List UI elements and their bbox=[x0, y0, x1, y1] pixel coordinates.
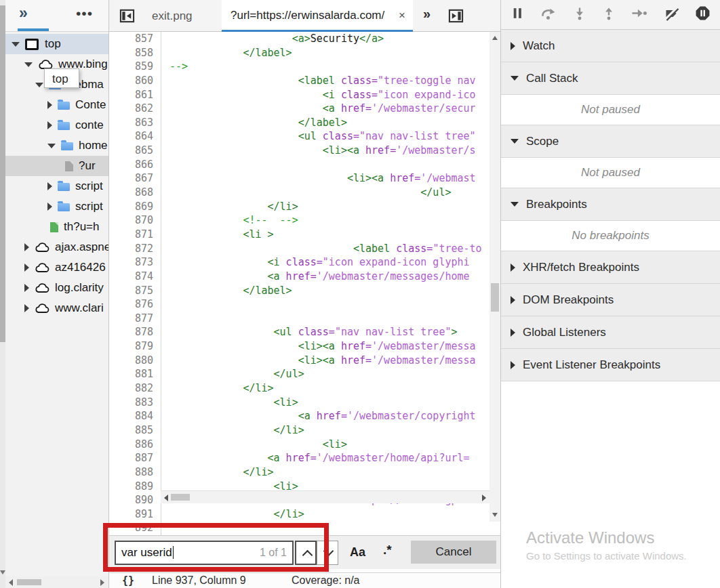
expand-arrow-icon[interactable] bbox=[47, 101, 52, 109]
show-debugger-icon[interactable] bbox=[448, 8, 464, 26]
tree-item-script[interactable]: script bbox=[5, 176, 108, 196]
close-icon[interactable]: × bbox=[399, 0, 405, 30]
hide-navigator-icon[interactable] bbox=[119, 8, 135, 26]
section-global-listeners[interactable]: Global Listeners bbox=[501, 316, 720, 349]
collapse-arrow-icon[interactable] bbox=[24, 62, 33, 67]
line-number[interactable]: 882 bbox=[109, 381, 161, 396]
line-number[interactable]: 880 bbox=[109, 354, 161, 368]
cancel-button[interactable]: Cancel bbox=[411, 541, 496, 564]
expand-arrow-icon[interactable] bbox=[47, 203, 52, 211]
expand-arrow-icon[interactable] bbox=[24, 264, 29, 272]
match-case-button[interactable]: Aa bbox=[350, 545, 365, 560]
tree-item-home[interactable]: home bbox=[5, 135, 108, 156]
line-number[interactable]: 875 bbox=[109, 284, 161, 298]
line-number[interactable]: 871 bbox=[109, 228, 161, 242]
editor-horizontal-scrollbar[interactable] bbox=[161, 490, 489, 503]
expand-arrow-icon[interactable] bbox=[47, 182, 52, 190]
pause-on-exceptions-icon[interactable] bbox=[695, 5, 711, 24]
line-number[interactable]: 890 bbox=[109, 493, 161, 507]
line-number[interactable]: 870 bbox=[109, 213, 161, 228]
tree-item-log-clarity[interactable]: log.clarity bbox=[5, 278, 108, 298]
pause-icon[interactable] bbox=[511, 6, 525, 23]
line-number[interactable]: 888 bbox=[109, 465, 161, 480]
tree-item-ajax-aspne[interactable]: ajax.aspne bbox=[5, 237, 108, 257]
expand-arrow-icon[interactable] bbox=[24, 284, 29, 292]
scrollbar-thumb[interactable] bbox=[171, 494, 190, 501]
tree-item-conte[interactable]: conte bbox=[5, 115, 108, 135]
line-number[interactable]: 889 bbox=[109, 480, 161, 494]
section-watch[interactable]: Watch bbox=[501, 30, 720, 62]
scroll-down-arrow-icon[interactable] bbox=[492, 513, 498, 517]
tree-item-th-u-h[interactable]: th?u=h bbox=[5, 217, 108, 237]
more-tabs-icon[interactable]: » bbox=[19, 4, 28, 22]
scroll-up-arrow-icon[interactable] bbox=[492, 36, 498, 40]
line-number[interactable]: 867 bbox=[109, 171, 161, 186]
line-number[interactable]: 868 bbox=[109, 186, 161, 200]
step-out-icon[interactable] bbox=[602, 6, 616, 23]
pretty-print-icon[interactable]: {} bbox=[122, 574, 134, 587]
sidebar-horizontal-scrollbar[interactable] bbox=[5, 576, 108, 588]
section-xhr-fetch-breakpoints[interactable]: XHR/fetch Breakpoints bbox=[501, 251, 720, 284]
line-number[interactable]: 884 bbox=[109, 409, 161, 423]
expand-arrow-icon[interactable] bbox=[47, 121, 52, 129]
scrollbar-thumb[interactable] bbox=[0, 5, 5, 342]
step-into-icon[interactable] bbox=[573, 6, 586, 23]
line-number[interactable]: 860 bbox=[109, 74, 161, 88]
tree-item--ur[interactable]: ?ur bbox=[5, 156, 108, 176]
scroll-left-arrow-icon[interactable] bbox=[164, 495, 168, 501]
line-number[interactable]: 864 bbox=[109, 129, 161, 144]
expand-arrow-icon[interactable] bbox=[24, 243, 29, 251]
line-number[interactable]: 885 bbox=[109, 423, 161, 438]
line-number[interactable]: 874 bbox=[109, 270, 161, 284]
line-number[interactable]: 876 bbox=[109, 297, 161, 312]
line-number[interactable]: 881 bbox=[109, 367, 161, 381]
line-number[interactable]: 857 bbox=[109, 32, 161, 46]
section-call-stack[interactable]: Call Stack bbox=[501, 62, 720, 95]
line-number[interactable]: 863 bbox=[109, 116, 161, 130]
regex-button[interactable]: .* bbox=[383, 543, 392, 558]
deactivate-breakpoints-icon[interactable] bbox=[664, 6, 679, 24]
tree-item-www-clari[interactable]: www.clari bbox=[5, 298, 108, 318]
collapse-arrow-icon[interactable] bbox=[35, 83, 43, 87]
scrollbar-thumb[interactable] bbox=[17, 579, 41, 585]
sidebar-vertical-scrollbar[interactable] bbox=[0, 0, 5, 588]
tab-url-erwinsalarda[interactable]: ?url=https://erwinsalarda.com/ × bbox=[222, 0, 413, 32]
scroll-right-arrow-icon[interactable] bbox=[100, 579, 104, 586]
tree-item-top[interactable]: top bbox=[5, 34, 108, 54]
step-over-icon[interactable] bbox=[540, 6, 557, 23]
overflow-menu-icon[interactable]: ••• bbox=[76, 5, 93, 22]
tree-item-az416426[interactable]: az416426 bbox=[5, 257, 108, 278]
line-number[interactable]: 886 bbox=[109, 438, 161, 452]
line-number[interactable]: 859 bbox=[109, 60, 161, 74]
section-event-listener-breakpoints[interactable]: Event Listener Breakpoints bbox=[501, 349, 720, 381]
scrollbar-thumb[interactable] bbox=[491, 283, 499, 312]
line-number[interactable]: 887 bbox=[109, 451, 161, 465]
line-number[interactable]: 866 bbox=[109, 158, 161, 172]
line-number[interactable]: 869 bbox=[109, 200, 161, 214]
step-icon[interactable] bbox=[631, 6, 647, 23]
line-number[interactable]: 878 bbox=[109, 325, 161, 339]
line-number[interactable]: 877 bbox=[109, 312, 161, 326]
section-breakpoints[interactable]: Breakpoints bbox=[501, 188, 720, 221]
line-number[interactable]: 861 bbox=[109, 88, 161, 102]
section-scope[interactable]: Scope bbox=[501, 125, 720, 158]
expand-arrow-icon[interactable] bbox=[24, 304, 29, 312]
line-number[interactable]: 879 bbox=[109, 339, 161, 354]
tree-item-script[interactable]: script bbox=[5, 196, 108, 217]
scrollbar-down-arrow-icon[interactable] bbox=[0, 570, 5, 574]
tree-item-conte[interactable]: Conte bbox=[5, 95, 108, 115]
collapse-arrow-icon[interactable] bbox=[12, 42, 20, 47]
line-number[interactable]: 883 bbox=[109, 396, 161, 410]
code-editor[interactable]: 857 <a>Security</a>858 </label>859 -->86… bbox=[109, 32, 500, 535]
line-number[interactable]: 872 bbox=[109, 242, 161, 256]
scroll-left-arrow-icon[interactable] bbox=[9, 579, 13, 586]
line-number[interactable]: 873 bbox=[109, 255, 161, 270]
line-number[interactable]: 858 bbox=[109, 46, 161, 60]
editor-vertical-scrollbar[interactable] bbox=[489, 32, 500, 522]
line-number[interactable]: 891 bbox=[109, 507, 161, 522]
tab-exit-png[interactable]: exit.png bbox=[140, 0, 205, 32]
section-dom-breakpoints[interactable]: DOM Breakpoints bbox=[501, 284, 720, 316]
scroll-right-arrow-icon[interactable] bbox=[482, 495, 486, 501]
tab-overflow-icon[interactable]: » bbox=[423, 6, 431, 22]
line-number[interactable]: 865 bbox=[109, 144, 161, 158]
